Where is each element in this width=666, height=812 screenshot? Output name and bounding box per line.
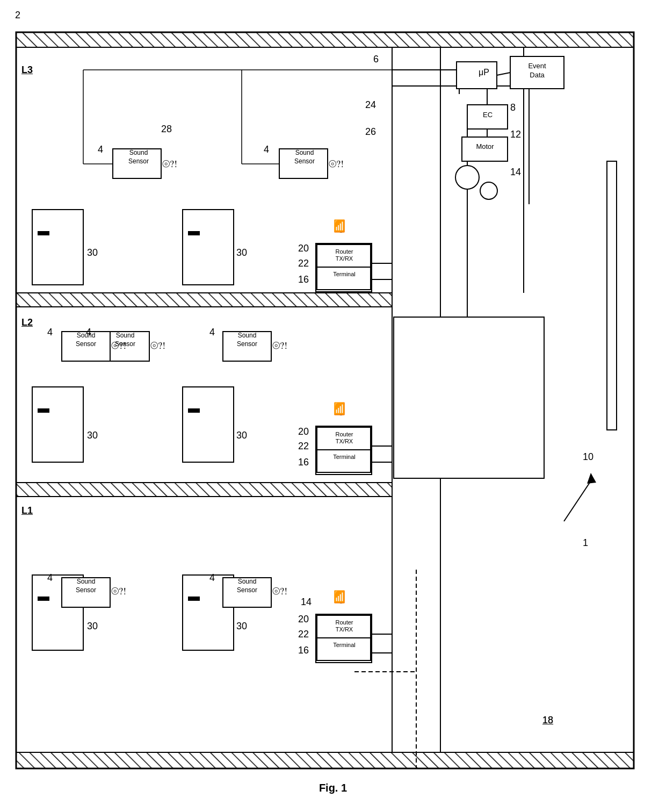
level-L1: L1 — [21, 505, 33, 516]
ref-10: 10 — [583, 451, 593, 463]
waves-l2-2: ⦾⁈ — [272, 340, 287, 351]
wifi-l2: 📶 — [334, 402, 345, 416]
ref-4-l3-1: 4 — [98, 144, 103, 155]
ref-20-l3: 20 — [298, 243, 309, 254]
waves-l2-1: ⦾⁈ — [111, 340, 126, 351]
svg-rect-49 — [38, 408, 49, 413]
ref-28: 28 — [161, 124, 172, 135]
ref-2: 2 — [15, 10, 20, 21]
ref-30-l2-1: 30 — [87, 430, 98, 441]
waves-l1-2: ⦾⁈ — [272, 586, 287, 597]
ref-12: 12 — [510, 129, 521, 140]
ref-20-l2: 20 — [298, 426, 309, 437]
svg-rect-32 — [607, 161, 617, 430]
ref-4-l1-2: 4 — [209, 572, 215, 584]
ref-20-l1: 20 — [298, 614, 309, 625]
ref-30-l2-2: 30 — [236, 430, 247, 441]
svg-rect-48 — [32, 387, 83, 462]
ref-24: 24 — [365, 99, 376, 111]
ref-14-top: 14 — [510, 167, 521, 178]
svg-rect-55 — [188, 597, 200, 601]
svg-point-29 — [480, 182, 497, 199]
svg-rect-6 — [16, 293, 392, 307]
waves-l1-1: ⦾⁈ — [111, 586, 126, 597]
ref-22-l1: 22 — [298, 629, 309, 640]
ref-4-l3-3: 4 — [86, 327, 91, 338]
svg-rect-27 — [394, 317, 544, 478]
ec-label: EC — [468, 111, 507, 119]
svg-rect-10 — [16, 752, 634, 768]
ref-16-l3: 16 — [298, 274, 309, 285]
svg-rect-45 — [38, 231, 49, 235]
ref-30-l3-2: 30 — [236, 247, 247, 258]
svg-rect-5 — [16, 293, 392, 307]
ref-26: 26 — [365, 126, 376, 138]
router-l3: RouterTX/RX — [318, 248, 371, 262]
ref-4-l3-2: 4 — [264, 144, 269, 155]
ref-8: 8 — [510, 102, 516, 113]
terminal-l1: Terminal — [318, 642, 371, 648]
svg-rect-50 — [183, 387, 234, 462]
ref-6: 6 — [373, 54, 379, 65]
svg-rect-9 — [16, 752, 634, 768]
terminal-l2: Terminal — [318, 454, 371, 460]
ref-4-l2-2: 4 — [209, 327, 215, 338]
sound-sensor-l1-2: SoundSensor — [223, 578, 271, 594]
svg-rect-3 — [16, 32, 634, 47]
sound-sensor-l1-1: SoundSensor — [62, 578, 110, 594]
wifi-l3: 📶 — [334, 219, 345, 233]
svg-line-33 — [564, 481, 591, 521]
motor-label: Motor — [464, 142, 506, 150]
ref-30-l1-1: 30 — [87, 621, 98, 632]
event-data-label: EventData — [511, 62, 563, 80]
svg-point-28 — [455, 166, 479, 189]
terminal-l3: Terminal — [318, 271, 371, 277]
svg-rect-46 — [183, 210, 234, 285]
svg-rect-47 — [188, 231, 200, 235]
ref-30-l1-2: 30 — [236, 621, 247, 632]
svg-rect-0 — [16, 32, 634, 768]
wifi-l1: 📶 — [334, 590, 345, 604]
ref-14-l1: 14 — [301, 597, 312, 608]
svg-rect-53 — [38, 597, 49, 601]
ref-16-l2: 16 — [298, 457, 309, 468]
level-L3: L3 — [21, 64, 33, 76]
ref-22-l3: 22 — [298, 258, 309, 269]
svg-rect-44 — [32, 210, 83, 285]
ref-1: 1 — [583, 537, 588, 549]
up-label: μP — [465, 68, 503, 77]
router-l2: RouterTX/RX — [318, 431, 371, 445]
svg-rect-51 — [188, 408, 200, 413]
ref-16-l1: 16 — [298, 645, 309, 656]
ref-4-l1-1: 4 — [47, 572, 53, 584]
page-container: 2 L3 L2 L1 SoundSensor SoundSensor Sound… — [0, 0, 666, 812]
waves-l3-1: ⦾⁈ — [162, 159, 177, 170]
sound-sensor-l3-2: SoundSensor — [280, 149, 329, 166]
svg-rect-7 — [16, 483, 392, 497]
sound-sensor-l2-2: SoundSensor — [223, 332, 271, 348]
svg-rect-4 — [16, 32, 634, 47]
ref-4-l2-1: 4 — [47, 327, 53, 338]
router-l1: RouterTX/RX — [318, 619, 371, 633]
svg-marker-34 — [587, 473, 596, 484]
figure-label: Fig. 1 — [274, 782, 392, 794]
sound-sensor-l3-1: SoundSensor — [114, 149, 163, 166]
waves-l3-2: ⦾⁈ — [329, 159, 344, 170]
svg-rect-8 — [16, 483, 392, 497]
level-L2: L2 — [21, 317, 33, 328]
waves-l3-3: ⦾⁈ — [150, 340, 165, 351]
ref-18-text: 18 — [542, 715, 553, 726]
ref-22-l2: 22 — [298, 441, 309, 452]
ref-30-l3-1: 30 — [87, 247, 98, 258]
